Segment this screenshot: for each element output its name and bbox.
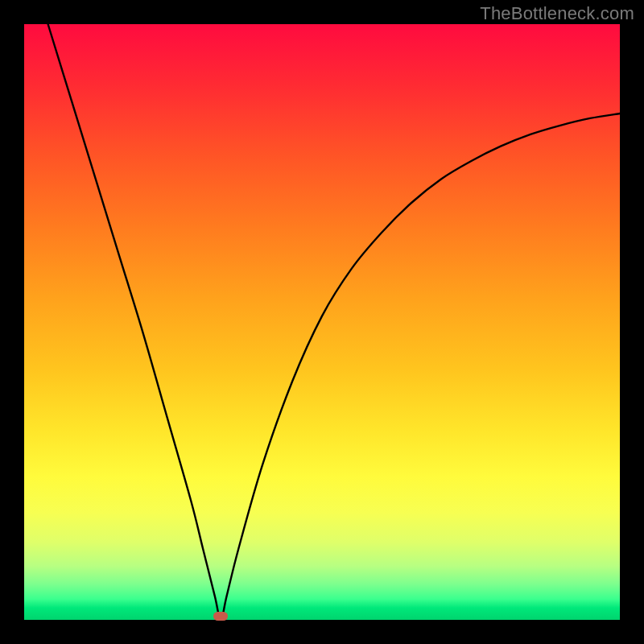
plot-area	[24, 24, 620, 620]
optimum-marker	[213, 612, 228, 621]
chart-frame: TheBottleneck.com	[0, 0, 644, 644]
bottleneck-curve	[24, 24, 620, 620]
watermark-text: TheBottleneck.com	[480, 3, 634, 24]
